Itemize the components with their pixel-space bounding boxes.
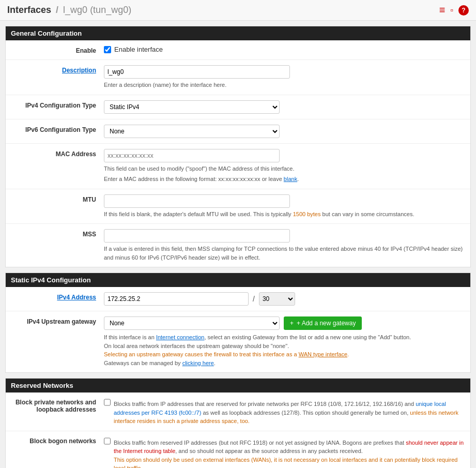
block-private-label: Block private networks and loopback addr… [11,398,104,413]
add-gateway-button[interactable]: + + Add a new gateway [284,316,362,330]
wan-type-link[interactable]: WAN type interface [299,351,347,357]
page-header: Interfaces / l_wg0 (tun_wg0) ≡ ▫ ? [0,0,476,21]
reserved-networks-header: Reserved Networks [6,379,470,392]
mac-help2: Enter a MAC address in the following for… [104,175,465,184]
ipv6-config-label: IPv6 Configuration Type [11,125,104,133]
breadcrumb-root[interactable]: Interfaces [7,5,51,15]
block-private-help: Blocks traffic from IP addresses that ar… [114,400,465,426]
mac-label: MAC Address [11,149,104,158]
mac-help1: This field can be used to modify ("spoof… [104,164,465,173]
description-input[interactable] [104,65,290,79]
gateways-manage-link[interactable]: clicking here [182,360,214,366]
description-help: Enter a description (name) for the inter… [104,81,465,89]
breadcrumb: Interfaces / l_wg0 (tun_wg0) [7,5,131,16]
ipv4-config-row: IPv4 Configuration Type Static IPv4 None… [6,95,470,119]
static-ipv4-header: Static IPv4 Configuration [6,273,470,287]
gateway-help: If this interface is an Internet connect… [104,333,465,367]
general-config-header: General Configuration [6,26,470,40]
cidr-select[interactable]: 24 25 26 27 28 29 30 31 32 [259,292,295,306]
upstream-gateway-label: IPv4 Upstream gateway [11,316,104,325]
mtu-help: If this field is blank, the adapter's de… [104,210,465,219]
description-label: Description [11,65,104,74]
enable-checkbox[interactable] [104,46,111,53]
internet-connection-link[interactable]: Internet connection [156,334,205,340]
mtu-row: MTU If this field is blank, the adapter'… [6,189,470,224]
block-private-row: Block private networks and loopback addr… [6,392,470,431]
block-bogon-label: Block bogon networks [11,436,104,445]
static-ipv4-section: Static IPv4 Configuration IPv4 Address /… [5,273,471,373]
upstream-gateway-row: IPv4 Upstream gateway None + + Add a new… [6,311,470,372]
ipv4-address-label: IPv4 Address [11,292,104,301]
mss-label: MSS [11,229,104,238]
list-icon[interactable]: ≡ [439,4,446,16]
block-bogon-row: Block bogon networks Blocks traffic from… [6,431,470,469]
ipv4-address-row: IPv4 Address / 24 25 26 27 28 29 30 31 [6,287,470,311]
mac-input[interactable] [104,149,280,162]
mss-row: MSS If a value is entered in this field,… [6,224,470,267]
ipv6-config-row: IPv6 Configuration Type None Static IPv6… [6,119,470,144]
enable-row: Enable Enable interface [6,40,470,60]
ipv4-config-select[interactable]: Static IPv4 None DHCP PPPoE [104,100,280,114]
breadcrumb-separator: / [56,5,58,15]
slash-separator: / [253,295,255,303]
mss-help: If a value is entered in this field, the… [104,245,465,262]
plus-icon: + [290,320,294,327]
block-bogon-help1: Blocks traffic from reserved IP addresse… [114,439,465,469]
mac-row: MAC Address This field can be used to mo… [6,144,470,189]
mac-blank-link[interactable]: blank [284,176,297,182]
block-bogon-checkbox[interactable] [104,437,111,445]
breadcrumb-current: l_wg0 (tun_wg0) [63,5,131,15]
ipv4-address-input[interactable] [104,292,249,306]
ipv4-config-label: IPv4 Configuration Type [11,100,104,109]
block-private-checkbox[interactable] [104,399,111,406]
enable-text: Enable interface [114,46,163,53]
mtu-label: MTU [11,194,104,203]
description-row: Description Enter a description (name) f… [6,60,470,95]
enable-label: Enable [11,46,104,54]
upstream-gateway-select[interactable]: None [104,316,280,330]
chart-icon[interactable]: ▫ [450,6,453,15]
add-gateway-label: + Add a new gateway [297,320,356,327]
mtu-input[interactable] [104,194,290,208]
ipv6-config-select[interactable]: None Static IPv6 DHCP6 SLAAC [104,125,280,138]
general-config-section: General Configuration Enable Enable inte… [5,26,471,267]
help-icon[interactable]: ? [458,5,469,16]
mss-input[interactable] [104,229,290,243]
header-icons: ≡ ▫ ? [439,4,469,16]
reserved-networks-section: Reserved Networks Block private networks… [5,378,471,468]
